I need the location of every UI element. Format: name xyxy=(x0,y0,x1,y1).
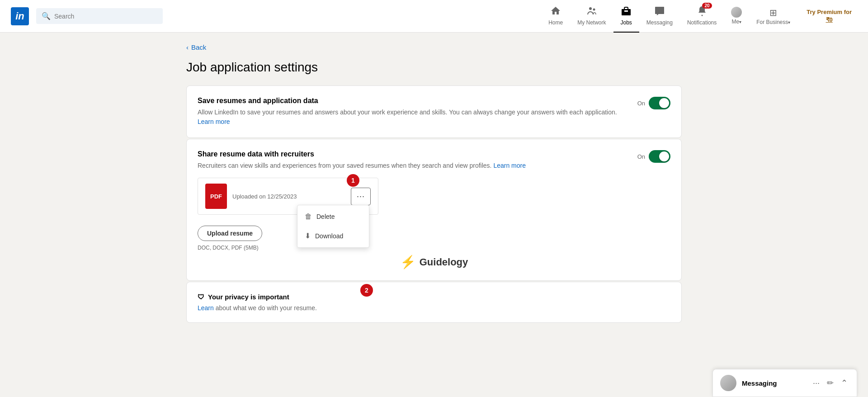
watermark: ⚡ Guidelogy xyxy=(198,255,670,269)
main-nav: Home My Network Jobs Messaging 20 No xyxy=(541,0,797,33)
try-premium-line2: ₹0 xyxy=(826,16,833,23)
home-icon xyxy=(550,5,561,19)
save-resumes-toggle[interactable] xyxy=(649,97,670,109)
messaging-collapse-icon: ⌃ xyxy=(841,378,848,388)
share-resume-learn-more[interactable]: Learn more xyxy=(493,162,526,169)
more-options-icon: ··· xyxy=(357,192,365,201)
try-premium-line1: Try Premium for xyxy=(807,9,852,15)
privacy-text: Learn about what we do with your resume. xyxy=(198,304,670,312)
nav-jobs-label: Jobs xyxy=(621,19,632,26)
nav-me-label: Me▾ xyxy=(731,19,741,25)
nav-home-label: Home xyxy=(548,19,563,26)
logo-text: in xyxy=(15,10,24,22)
messaging-more-button[interactable]: ··· xyxy=(811,377,821,390)
pdf-label: PDF xyxy=(210,193,222,200)
save-resumes-desc-text: Allow LinkedIn to save your resumes and … xyxy=(198,109,617,116)
annotation-badge-2: 2 xyxy=(360,284,373,297)
dropdown-menu: 🗑 Delete ⬇ Download xyxy=(297,205,369,248)
share-resume-title: Share resume data with recruiters xyxy=(198,150,627,158)
notifications-badge: 20 xyxy=(702,3,712,9)
delete-option[interactable]: 🗑 Delete xyxy=(297,207,369,226)
messaging-compose-button[interactable]: ✏ xyxy=(825,376,835,390)
main-content: ‹ Back Job application settings Save res… xyxy=(179,33,689,334)
nav-home[interactable]: Home xyxy=(541,0,570,33)
notifications-icon: 20 xyxy=(697,5,708,19)
privacy-section: 🛡 Your privacy is important Learn about … xyxy=(186,282,682,323)
save-resumes-title: Save resumes and application data xyxy=(198,97,627,105)
privacy-title: 🛡 Your privacy is important xyxy=(198,293,670,301)
messaging-actions: ··· ✏ ⌃ xyxy=(811,376,849,390)
more-options-button[interactable]: ··· xyxy=(351,188,371,205)
my-network-icon xyxy=(586,5,597,19)
me-avatar xyxy=(731,7,742,18)
svg-point-0 xyxy=(589,7,592,10)
save-resumes-toggle-label: On xyxy=(637,100,645,107)
privacy-title-text: Your privacy is important xyxy=(208,293,289,301)
nav-messaging-label: Messaging xyxy=(646,19,673,26)
nav-my-network-label: My Network xyxy=(577,19,606,26)
messaging-more-icon: ··· xyxy=(813,378,820,388)
guidelogy-icon: ⚡ xyxy=(400,255,416,269)
download-icon: ⬇ xyxy=(305,232,311,240)
share-resume-desc: Recruiters can view skills and experienc… xyxy=(198,161,627,170)
annotation-badge-1: 1 xyxy=(347,174,359,187)
messaging-label: Messaging xyxy=(742,379,806,387)
search-bar[interactable]: 🔍 xyxy=(36,8,163,24)
trash-icon: 🗑 xyxy=(305,213,312,221)
nav-for-business[interactable]: ⊞ For Business▾ xyxy=(749,0,797,33)
upload-resume-button[interactable]: Upload resume xyxy=(198,226,262,241)
file-formats: DOC, DOCX, PDF (5MB) xyxy=(198,245,670,251)
share-resume-desc-text: Recruiters can view skills and experienc… xyxy=(198,162,492,169)
resume-info: Uploaded on 12/25/2023 xyxy=(232,193,351,200)
back-chevron-icon: ‹ xyxy=(186,43,189,51)
grid-icon: ⊞ xyxy=(769,7,777,18)
download-option[interactable]: ⬇ Download xyxy=(297,226,369,246)
svg-point-4 xyxy=(701,15,703,16)
save-resumes-learn-more[interactable]: Learn more xyxy=(198,118,230,125)
share-resume-toggle-container: On xyxy=(637,150,670,163)
nav-messaging[interactable]: Messaging xyxy=(639,0,680,33)
save-resumes-toggle-container: On xyxy=(637,97,670,109)
shield-icon: 🛡 xyxy=(198,293,204,301)
messaging-avatar xyxy=(720,375,736,391)
nav-for-business-label: For Business▾ xyxy=(756,19,790,25)
share-resume-toggle[interactable] xyxy=(649,150,670,163)
search-input[interactable] xyxy=(54,13,157,20)
upload-resume-label: Upload resume xyxy=(207,230,253,237)
nav-notifications-label: Notifications xyxy=(687,19,717,26)
svg-rect-2 xyxy=(622,9,631,15)
delete-label: Delete xyxy=(316,213,335,220)
download-label: Download xyxy=(315,232,343,240)
privacy-desc-suffix: about what we do with your resume. xyxy=(216,304,317,312)
messaging-compose-icon: ✏ xyxy=(827,378,834,388)
header: in 🔍 Home My Network Jobs xyxy=(0,0,868,33)
back-link[interactable]: ‹ Back xyxy=(186,43,682,51)
messaging-icon xyxy=(654,5,665,19)
svg-rect-3 xyxy=(624,10,628,12)
linkedin-logo[interactable]: in xyxy=(11,7,29,25)
nav-jobs[interactable]: Jobs xyxy=(613,0,639,33)
pdf-icon: PDF xyxy=(205,184,227,209)
resume-date: Uploaded on 12/25/2023 xyxy=(232,193,351,200)
page-title: Job application settings xyxy=(186,60,682,75)
resume-section: PDF Uploaded on 12/25/2023 ··· 1 🗑 Delet… xyxy=(198,178,670,269)
nav-notifications[interactable]: 20 Notifications xyxy=(680,0,724,33)
save-resumes-section: Save resumes and application data Allow … xyxy=(186,85,682,138)
privacy-learn-link[interactable]: Learn xyxy=(198,304,214,312)
back-label: Back xyxy=(191,43,206,51)
nav-my-network[interactable]: My Network xyxy=(570,0,613,33)
search-icon: 🔍 xyxy=(42,12,51,20)
save-resumes-desc: Allow LinkedIn to save your resumes and … xyxy=(198,108,627,127)
share-resume-toggle-label: On xyxy=(637,153,645,160)
try-premium-link[interactable]: Try Premium for ₹0 xyxy=(801,9,857,24)
share-resume-section: Share resume data with recruiters Recrui… xyxy=(186,139,682,281)
jobs-icon xyxy=(621,5,632,19)
svg-point-1 xyxy=(593,9,595,11)
nav-me[interactable]: Me▾ xyxy=(724,0,749,33)
messaging-collapse-button[interactable]: ⌃ xyxy=(839,376,849,390)
guidelogy-text: Guidelogy xyxy=(420,256,468,268)
messaging-bar: Messaging ··· ✏ ⌃ xyxy=(712,369,857,397)
